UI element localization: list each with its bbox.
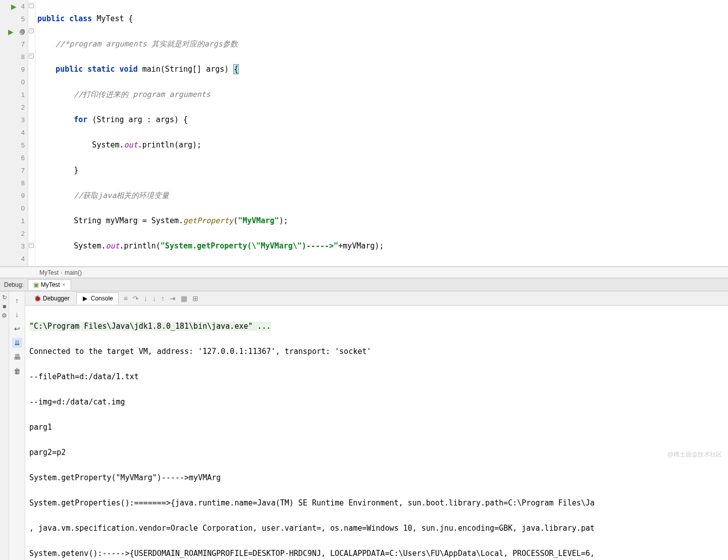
console-output[interactable]: "C:\Program Files\Java\jdk1.8.0_181\bin\…: [25, 306, 728, 560]
line-number: 4: [21, 129, 25, 136]
line-number: 7: [21, 167, 25, 174]
step-over-icon[interactable]: ≡: [124, 294, 128, 302]
console-icon: ▶: [82, 295, 89, 302]
console-line: parg2=p2: [29, 446, 724, 459]
down-icon[interactable]: ↓: [12, 310, 22, 320]
scroll-icon[interactable]: ⇊: [12, 338, 22, 348]
up-icon[interactable]: ↑: [12, 295, 22, 306]
line-number: 2: [21, 104, 25, 111]
frames-icon[interactable]: ⇥: [170, 294, 176, 302]
fold-toggle[interactable]: [29, 3, 34, 8]
line-number: 5: [21, 15, 25, 23]
tab-console[interactable]: ▶ Console: [76, 292, 119, 304]
fold-toggle[interactable]: [29, 243, 34, 248]
console-line: System.getenv():----->{USERDOMAIN_ROAMIN…: [29, 547, 724, 560]
chevron-right-icon: ›: [61, 269, 63, 276]
line-number: 0: [21, 205, 25, 212]
settings-icon[interactable]: ⚙: [1, 312, 9, 320]
line-number: 2: [21, 230, 25, 237]
trash-icon[interactable]: 🗑: [12, 366, 22, 376]
stop-icon[interactable]: ■: [1, 302, 9, 311]
print-icon[interactable]: 🖶: [12, 352, 22, 362]
breadcrumb-item[interactable]: main(): [65, 269, 82, 276]
step-icon[interactable]: ↑: [161, 294, 165, 302]
debug-sidebar-actions: ↑ ↓ ↩ ⇊ 🖶 🗑: [9, 291, 25, 560]
run-icon[interactable]: ▶: [11, 3, 17, 11]
line-number: 8: [21, 53, 25, 61]
line-number: 8: [21, 179, 25, 187]
console-line: --filePath=d:/data/1.txt: [29, 371, 724, 383]
console-line: , java.vm.specification.vendor=Oracle Co…: [29, 522, 724, 535]
line-number: 0: [21, 78, 25, 86]
debug-content: 🐞 Debugger ▶ Console ≡ ↷ ↓ ↓ ↑ ⇥ ▦ ⊞: [25, 291, 728, 560]
debug-sidebar-left: ↻ ■ ⚙: [0, 291, 9, 560]
evaluate-icon[interactable]: ▦: [181, 294, 187, 302]
close-icon[interactable]: ×: [62, 281, 66, 288]
debug-tab-label: MyTest: [41, 281, 60, 288]
wrap-icon[interactable]: ↩: [12, 324, 22, 334]
line-number: 7: [21, 40, 25, 48]
line-number: 9: [21, 66, 25, 73]
debug-run-tab[interactable]: ▣ MyTest ×: [28, 279, 71, 290]
editor-area: ▶4 5 ▶@6 7 8 9 0 1 2 3 4 5 6 7 8 9 0 1 2…: [0, 0, 728, 267]
console-line: System.getProperties():=======>{java.run…: [29, 497, 724, 510]
step-icon[interactable]: ↓: [152, 294, 156, 302]
gutter: ▶4 5 ▶@6 7 8 9 0 1 2 3 4 5 6 7 8 9 0 1 2…: [0, 0, 28, 266]
debugger-icon: 🐞: [34, 295, 41, 302]
console-line: System.getProperty("MyVMarg")----->myVMA…: [29, 472, 724, 484]
line-number: 4: [21, 3, 25, 10]
debug-tabs: 🐞 Debugger ▶ Console ≡ ↷ ↓ ↓ ↑ ⇥ ▦ ⊞: [25, 291, 728, 306]
line-number: 1: [21, 217, 25, 225]
line-number: 3: [21, 242, 25, 250]
run-icon[interactable]: ▶: [8, 28, 14, 36]
breadcrumb-item[interactable]: MyTest: [39, 269, 59, 276]
step-out-icon[interactable]: ↓: [144, 294, 147, 302]
code-editor[interactable]: public class MyTest { //*program argumen…: [35, 0, 728, 266]
console-line: "C:\Program Files\Java\jdk1.8.0_181\bin\…: [29, 322, 271, 331]
tab-debugger[interactable]: 🐞 Debugger: [28, 292, 75, 304]
debug-body: ↻ ■ ⚙ ↑ ↓ ↩ ⇊ 🖶 🗑 🐞 Debugger ▶ Console: [0, 291, 728, 560]
breadcrumb: MyTest › main(): [0, 267, 728, 278]
at-icon: @: [19, 28, 25, 35]
console-line: Connected to the target VM, address: '12…: [29, 345, 724, 358]
step-into-icon[interactable]: ↷: [133, 294, 139, 302]
console-line: parg1: [29, 421, 724, 434]
rerun-icon[interactable]: ↻: [1, 293, 9, 301]
line-number: 4: [21, 255, 25, 263]
application-icon: ▣: [33, 281, 39, 288]
line-number: 9: [21, 192, 25, 199]
fold-toggle[interactable]: [29, 54, 34, 59]
line-number: 3: [21, 116, 25, 124]
line-number: 1: [21, 91, 25, 98]
line-number: 5: [21, 141, 25, 149]
debug-label: Debug:: [0, 281, 28, 288]
fold-toggle[interactable]: [29, 28, 34, 33]
debug-panel: Debug: ▣ MyTest × ↻ ■ ⚙ ↑ ↓ ↩ ⇊ 🖶 🗑 🐞 De…: [0, 278, 728, 560]
console-line: --img=d:/data/cat.img: [29, 396, 724, 409]
more-icon[interactable]: ⊞: [192, 294, 198, 302]
line-number: 6: [21, 154, 25, 162]
debug-header: Debug: ▣ MyTest ×: [0, 278, 728, 291]
debug-actions: ≡ ↷ ↓ ↓ ↑ ⇥ ▦ ⊞: [124, 294, 198, 302]
fold-column: [28, 0, 35, 266]
